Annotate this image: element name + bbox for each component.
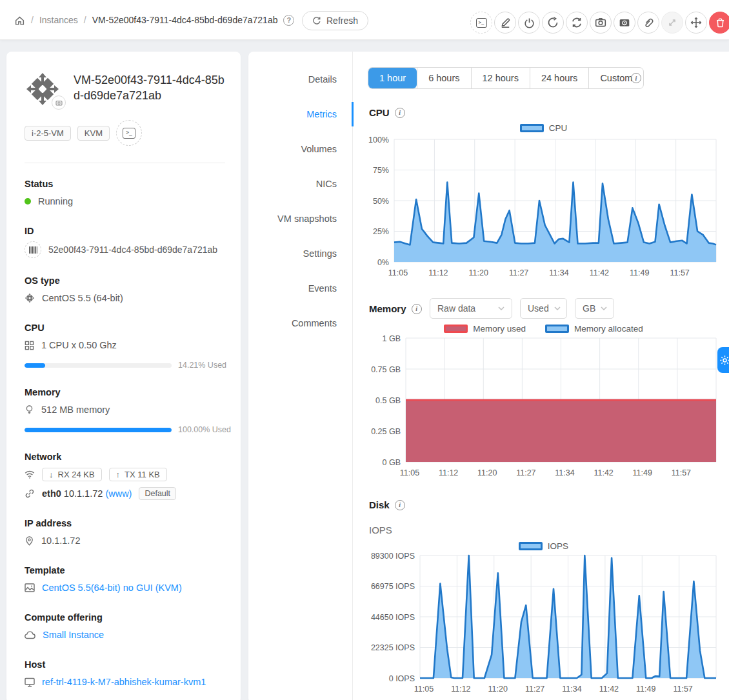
barcode-icon: [25, 241, 41, 258]
svg-text:11:34: 11:34: [555, 468, 574, 477]
svg-text:11:57: 11:57: [673, 685, 692, 694]
open-console-button[interactable]: >_: [116, 120, 142, 146]
svg-text:11:34: 11:34: [562, 685, 581, 694]
memory-label: Memory: [25, 387, 225, 397]
reboot-button[interactable]: [542, 12, 564, 34]
snapshot-schedule-button[interactable]: [614, 12, 635, 34]
move-icon: [690, 17, 702, 28]
scale-vm-button: [661, 12, 683, 34]
info-icon[interactable]: i: [395, 108, 405, 118]
iops-subtitle: IOPS: [369, 525, 392, 535]
id-section: ID 52e00f43-7911-4dc4-85bd-d69de7a721ab: [25, 226, 225, 258]
cpu-section: CPU 1 CPU x 0.50 Ghz 14.21% Used: [25, 323, 225, 370]
pin-icon: [25, 535, 34, 546]
nic-name: eth0: [42, 488, 61, 499]
svg-text:0.5 GB: 0.5 GB: [375, 396, 401, 405]
network-label: Network: [25, 452, 225, 462]
svg-text:0 IOPS: 0 IOPS: [389, 674, 415, 683]
nic-network-link[interactable]: (www): [105, 488, 132, 499]
range-6-hours[interactable]: 6 hours: [417, 68, 470, 88]
range-1-hour[interactable]: 1 hour: [368, 68, 417, 88]
memory-unit-select[interactable]: GB: [575, 298, 614, 319]
host-link[interactable]: ref-trl-4119-k-M7-abhishek-kumar-kvm1: [42, 677, 206, 687]
action-toolbar: >_: [470, 12, 729, 34]
memory-mode-select[interactable]: Raw data: [430, 298, 512, 319]
svg-text:11:20: 11:20: [488, 685, 508, 694]
status-running-icon: [25, 198, 31, 205]
tab-vm-snapshots[interactable]: VM snapshots: [248, 201, 352, 236]
breadcrumb-instances[interactable]: Instances: [39, 15, 78, 25]
disk-section-title: Disk i: [369, 499, 405, 510]
help-icon[interactable]: ?: [283, 15, 294, 26]
svg-text:11:57: 11:57: [672, 468, 691, 477]
hypervisor-tag: KVM: [77, 126, 110, 141]
info-icon[interactable]: i: [412, 304, 422, 314]
console-button[interactable]: >_: [470, 12, 492, 34]
tab-metrics[interactable]: Metrics: [248, 97, 352, 132]
change-icon-button[interactable]: [52, 95, 66, 110]
bulb-icon: [25, 405, 34, 415]
cpu-value: 1 CPU x 0.50 Ghz: [41, 340, 117, 350]
template-link[interactable]: CentOS 5.5(64-bit) no GUI (KVM): [42, 583, 182, 593]
os-logo: [25, 71, 62, 107]
iops-legend[interactable]: IOPS: [368, 541, 719, 551]
svg-text:11:05: 11:05: [400, 468, 419, 477]
range-24-hours[interactable]: 24 hours: [530, 68, 588, 88]
cpu-legend[interactable]: CPU: [368, 123, 719, 133]
svg-text:11:49: 11:49: [633, 468, 652, 477]
link-icon: [25, 488, 35, 499]
image-icon: [25, 583, 35, 592]
svg-text:11:20: 11:20: [469, 268, 488, 277]
svg-text:11:49: 11:49: [636, 685, 655, 694]
svg-text:75%: 75%: [373, 166, 389, 175]
tab-details[interactable]: Details: [248, 62, 352, 97]
svg-text:11:05: 11:05: [414, 685, 434, 694]
destroy-button[interactable]: [709, 12, 729, 34]
tab-volumes[interactable]: Volumes: [248, 132, 352, 166]
power-icon: [524, 17, 535, 28]
svg-text:25%: 25%: [373, 227, 389, 236]
id-label: ID: [25, 226, 225, 236]
power-off-button[interactable]: [518, 12, 540, 34]
refresh-button[interactable]: Refresh: [302, 11, 368, 30]
home-icon[interactable]: [14, 15, 25, 26]
tab-nics[interactable]: NICs: [248, 166, 352, 201]
edit-button[interactable]: [494, 12, 516, 34]
info-icon[interactable]: i: [631, 73, 641, 83]
info-icon[interactable]: i: [395, 500, 405, 510]
memory-legend[interactable]: Memory used Memory allocated: [368, 323, 719, 334]
svg-text:11:20: 11:20: [477, 468, 497, 477]
paperclip-icon: [643, 17, 654, 28]
cloud-icon: [25, 631, 35, 639]
centos-icon: [25, 293, 35, 303]
tab-events[interactable]: Events: [248, 271, 352, 306]
network-section: Network ↓RX 24 KB ↑TX 11 KB eth0 10.1.1.…: [25, 452, 225, 501]
memory-metric-select[interactable]: Used: [520, 298, 567, 319]
time-range-selector: 1 hour 6 hours 12 hours 24 hours Custom: [368, 67, 644, 89]
vm-name: VM-52e00f43-7911-4dc4-85bd-d69de7a721ab: [74, 71, 225, 107]
tab-comments[interactable]: Comments: [248, 306, 352, 341]
memory-used-label: 100.00% Used: [178, 425, 231, 434]
memory-used-swatch: [444, 325, 468, 333]
refresh-label: Refresh: [326, 15, 358, 26]
reinstall-button[interactable]: [566, 12, 588, 34]
compute-offering-section: Compute offering Small Instance: [25, 612, 225, 642]
os-type-label: OS type: [25, 275, 225, 286]
tab-settings[interactable]: Settings: [248, 236, 352, 271]
migrate-button[interactable]: [685, 12, 707, 34]
memory-section: Memory 512 MB memory 100.00% Used: [25, 387, 225, 434]
chevron-down-icon: [498, 306, 504, 310]
cpu-label: CPU: [25, 323, 225, 333]
instance-internal-name-tag: i-2-5-VM: [25, 126, 71, 141]
svg-text:11:34: 11:34: [549, 268, 568, 277]
theme-settings-button[interactable]: [717, 347, 729, 373]
iops-legend-swatch: [519, 542, 543, 550]
cpu-chart: 100%75%50%25%0%11:0511:1211:2011:2711:34…: [368, 134, 719, 284]
breadcrumb-current: VM-52e00f43-7911-4dc4-85bd-d69de7a721ab: [92, 15, 278, 25]
nic-default-badge: Default: [139, 487, 176, 500]
range-12-hours[interactable]: 12 hours: [471, 68, 530, 88]
take-snapshot-button[interactable]: [590, 12, 612, 34]
compute-offering-link[interactable]: Small Instance: [43, 630, 104, 640]
svg-text:0.75 GB: 0.75 GB: [371, 365, 401, 374]
attach-iso-button[interactable]: [637, 12, 659, 34]
